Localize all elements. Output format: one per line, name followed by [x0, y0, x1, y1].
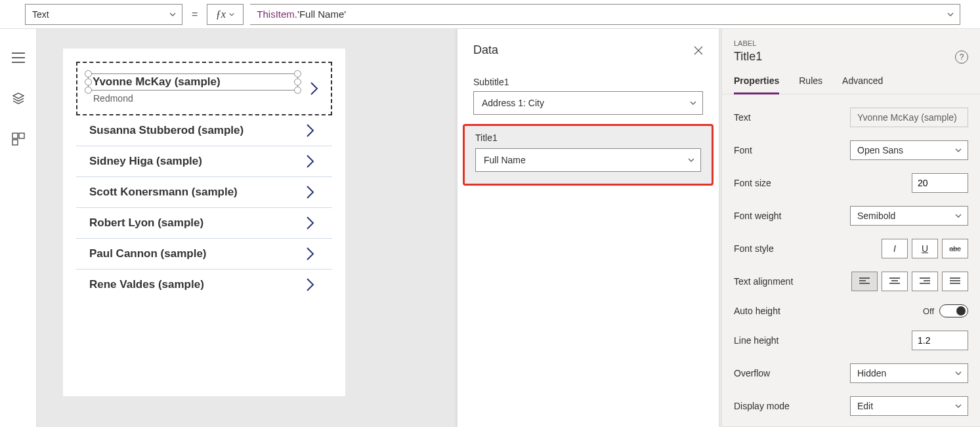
- tab-properties[interactable]: Properties: [734, 69, 779, 94]
- prop-fontweight-label: Font weight: [734, 211, 781, 221]
- subtitle-field-label: Subtitle1: [473, 77, 703, 87]
- chevron-down-icon: [169, 10, 177, 18]
- italic-button[interactable]: I: [882, 239, 908, 258]
- title-field-value: Full Name: [484, 155, 526, 165]
- formula-token-object: ThisItem: [257, 9, 295, 20]
- chevron-right-icon[interactable]: [309, 80, 320, 97]
- prop-text-label: Text: [734, 112, 751, 123]
- property-select[interactable]: Text: [25, 4, 182, 25]
- title-field-label: Title1: [475, 132, 701, 143]
- subtitle-field-value: Address 1: City: [482, 98, 544, 108]
- chevron-right-icon[interactable]: [305, 276, 316, 293]
- prop-lineheight-label: Line height: [734, 335, 779, 346]
- prop-overflow-label: Overflow: [734, 368, 770, 378]
- formula-token-prop: .'Full Name': [295, 9, 346, 20]
- formula-bar: Text = ƒx ThisItem.'Full Name': [0, 0, 980, 29]
- gallery-item[interactable]: Scott Konersmann (sample): [76, 177, 332, 208]
- align-right-button[interactable]: [912, 272, 938, 291]
- gallery-title-label: Sidney Higa (sample): [89, 155, 202, 168]
- close-icon[interactable]: [694, 46, 703, 55]
- chevron-down-icon: [954, 402, 962, 410]
- chevron-right-icon[interactable]: [305, 214, 316, 232]
- prop-fontweight-select[interactable]: Semibold: [850, 206, 968, 226]
- prop-lineheight-input[interactable]: [912, 331, 968, 350]
- gallery-item[interactable]: Paul Cannon (sample): [76, 239, 332, 270]
- svg-rect-2: [12, 140, 18, 145]
- fx-label: ƒx: [216, 9, 226, 20]
- gallery-item[interactable]: Sidney Higa (sample): [76, 146, 332, 177]
- properties-pane: LABEL Title1 ? Properties Rules Advanced…: [721, 29, 980, 427]
- gallery-title-label: Yvonne McKay (sample): [93, 75, 221, 88]
- gallery-item-selected[interactable]: Yvonne McKay (sample) Redmond: [76, 62, 332, 115]
- layers-icon[interactable]: [9, 89, 28, 108]
- components-icon[interactable]: [9, 130, 28, 148]
- prop-displaymode-select[interactable]: Edit: [850, 396, 968, 416]
- properties-list: Text Yvonne McKay (sample) Font Open San…: [722, 94, 980, 427]
- gallery-item[interactable]: Robert Lyon (sample): [76, 208, 332, 239]
- autoheight-toggle[interactable]: [939, 304, 968, 317]
- prop-fontsize-label: Font size: [734, 178, 771, 188]
- prop-align-label: Text alignment: [734, 276, 793, 287]
- prop-displaymode-label: Display mode: [734, 401, 790, 411]
- selected-title-control[interactable]: Yvonne McKay (sample): [88, 73, 298, 91]
- prop-text-value[interactable]: Yvonne McKay (sample): [850, 108, 968, 127]
- prop-overflow-select[interactable]: Hidden: [850, 363, 968, 383]
- title-field-select[interactable]: Full Name: [475, 148, 701, 172]
- chevron-right-icon[interactable]: [305, 122, 316, 139]
- prop-font-label: Font: [734, 145, 752, 155]
- fx-button[interactable]: ƒx: [207, 4, 244, 25]
- gallery-title-label: Scott Konersmann (sample): [89, 186, 238, 199]
- control-name: Title1: [734, 50, 762, 64]
- gallery-title-label: Robert Lyon (sample): [89, 216, 203, 230]
- gallery-title-label: Paul Cannon (sample): [89, 247, 207, 260]
- data-pane-title: Data: [473, 43, 498, 57]
- control-type-crumb: LABEL: [722, 29, 980, 49]
- prop-fontstyle-label: Font style: [734, 243, 774, 254]
- canvas-area[interactable]: Yvonne McKay (sample) Redmond: [37, 29, 721, 427]
- chevron-down-icon: [954, 146, 962, 154]
- gallery-title-label: Susanna Stubberod (sample): [89, 124, 244, 137]
- equals-sign: =: [189, 9, 200, 20]
- prop-fontweight-value: Semibold: [857, 211, 895, 221]
- property-select-label: Text: [32, 9, 49, 20]
- chevron-down-icon: [689, 99, 697, 107]
- help-icon[interactable]: ?: [955, 51, 968, 64]
- tab-rules[interactable]: Rules: [799, 69, 822, 94]
- svg-rect-1: [19, 133, 24, 138]
- strikethrough-button[interactable]: abc: [942, 239, 968, 258]
- prop-autoheight-label: Auto height: [734, 306, 780, 316]
- prop-autoheight-state: Off: [923, 306, 934, 316]
- prop-displaymode-value: Edit: [857, 401, 873, 411]
- hamburger-icon[interactable]: [9, 49, 28, 67]
- gallery-item[interactable]: Susanna Stubberod (sample): [76, 115, 332, 146]
- chevron-down-icon[interactable]: [947, 10, 954, 18]
- chevron-down-icon: [954, 369, 962, 377]
- formula-input[interactable]: ThisItem.'Full Name': [250, 4, 960, 25]
- prop-font-select[interactable]: Open Sans: [850, 140, 968, 160]
- chevron-down-icon: [228, 11, 235, 18]
- chevron-right-icon[interactable]: [305, 153, 316, 170]
- underline-button[interactable]: U: [912, 239, 938, 258]
- chevron-right-icon[interactable]: [305, 245, 316, 262]
- prop-fontsize-input[interactable]: [912, 173, 968, 193]
- prop-font-value: Open Sans: [857, 145, 903, 155]
- svg-rect-0: [12, 133, 18, 138]
- align-left-button[interactable]: [851, 272, 878, 291]
- chevron-down-icon: [954, 212, 962, 220]
- align-center-button[interactable]: [882, 272, 908, 291]
- chevron-down-icon: [687, 156, 695, 164]
- align-justify-button[interactable]: [942, 272, 968, 291]
- gallery-item[interactable]: Rene Valdes (sample): [76, 270, 332, 300]
- gallery-title-label: Rene Valdes (sample): [89, 278, 204, 291]
- prop-overflow-value: Hidden: [857, 368, 886, 378]
- subtitle-field-select[interactable]: Address 1: City: [473, 91, 703, 115]
- title-field-highlight: Title1 Full Name: [463, 124, 714, 186]
- props-tabs: Properties Rules Advanced: [722, 69, 980, 94]
- gallery-subtitle-label: Redmond: [88, 91, 309, 104]
- subtitle-field-group: Subtitle1 Address 1: City: [458, 71, 719, 124]
- tab-advanced[interactable]: Advanced: [842, 69, 883, 94]
- chevron-right-icon[interactable]: [305, 184, 316, 201]
- main-area: Yvonne McKay (sample) Redmond: [0, 29, 980, 427]
- data-pane: Data Subtitle1 Address 1: City Title1 Fu…: [457, 29, 719, 427]
- app-preview-card: Yvonne McKay (sample) Redmond: [63, 49, 345, 396]
